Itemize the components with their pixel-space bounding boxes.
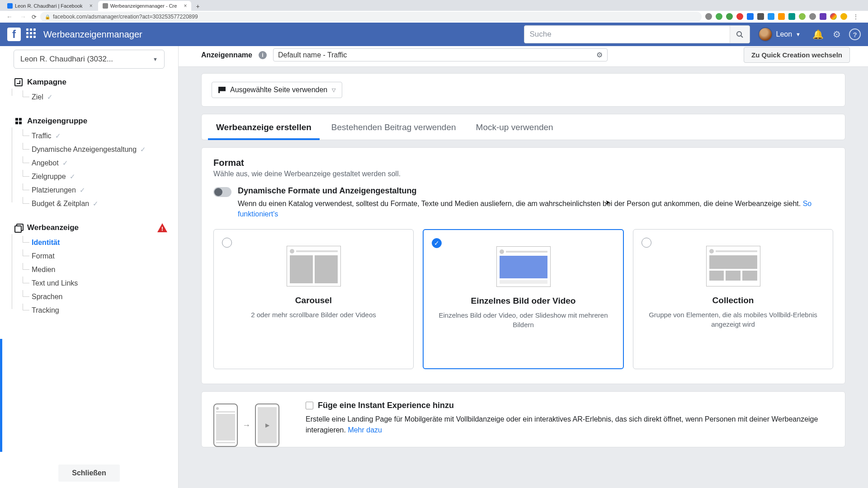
facebook-topbar: f Werbeanzeigenmanager Leon ▼ 🔔 ⚙ ? bbox=[0, 23, 868, 46]
close-icon[interactable]: × bbox=[90, 3, 93, 9]
gear-icon[interactable]: ⚙ bbox=[833, 29, 841, 40]
ext-icon[interactable] bbox=[705, 13, 712, 20]
search-icon bbox=[736, 31, 743, 38]
radio-icon bbox=[222, 238, 232, 248]
ad-name-input[interactable] bbox=[278, 51, 596, 59]
search-box bbox=[524, 25, 750, 43]
format-subtitle: Wähle aus, wie deine Werbeanzeige gestal… bbox=[213, 170, 833, 178]
quick-creation-button[interactable]: Zu Quick Creation wechseln bbox=[744, 47, 850, 63]
browser-tab-0[interactable]: Leon R. Chaudhari | Facebook × bbox=[3, 1, 97, 11]
option-desc: 2 oder mehr scrollbare Bilder oder Video… bbox=[222, 310, 405, 319]
back-icon[interactable]: ← bbox=[5, 13, 14, 20]
nav-item-sprachen[interactable]: Sprachen bbox=[23, 290, 170, 304]
tab-label: Mock-up verwenden bbox=[476, 122, 553, 132]
reload-icon[interactable]: ⟳ bbox=[32, 14, 37, 20]
nav-item-format[interactable]: Format bbox=[23, 249, 170, 263]
learn-more-link[interactable]: Mehr dazu bbox=[348, 426, 382, 434]
main-content: Anzeigenname i ⚙ Zu Quick Creation wechs… bbox=[179, 46, 868, 488]
close-icon[interactable]: × bbox=[184, 3, 187, 9]
nav-item-label: Sprachen bbox=[32, 293, 63, 301]
close-button[interactable]: Schließen bbox=[58, 465, 120, 482]
account-name: Leon R. Chaudhari (3032... bbox=[20, 55, 113, 64]
nav-item-budget[interactable]: Budget & Zeitplan✓ bbox=[23, 197, 170, 211]
nav-item-medien[interactable]: Medien bbox=[23, 263, 170, 277]
nav-header-ad[interactable]: Werbeanzeige ! bbox=[12, 219, 170, 236]
ext-icon[interactable] bbox=[747, 13, 754, 20]
ad-name-input-wrap: ⚙ bbox=[273, 48, 608, 61]
menu-icon[interactable]: ⋮ bbox=[851, 13, 861, 20]
apps-grid-icon[interactable] bbox=[26, 28, 38, 40]
nav-item-tracking[interactable]: Tracking bbox=[23, 304, 170, 317]
nav-item-label: Format bbox=[32, 252, 55, 260]
account-selector-wrap: Leon R. Chaudhari (3032... ▼ bbox=[14, 50, 165, 69]
check-icon: ✓ bbox=[55, 132, 61, 140]
check-icon: ✓ bbox=[93, 200, 99, 208]
ext-icon[interactable] bbox=[736, 13, 743, 20]
nav-item-text[interactable]: Text und Links bbox=[23, 277, 170, 290]
check-icon: ✓ bbox=[70, 173, 75, 181]
option-title: Collection bbox=[642, 296, 825, 305]
page-select-card: Ausgewählte Seite verwenden ▽ bbox=[201, 73, 845, 107]
format-option-single[interactable]: ✓ Einzelnes Bild oder Video Einzelnes Bi… bbox=[423, 229, 624, 369]
ext-icon[interactable] bbox=[716, 13, 722, 20]
browser-tab-1[interactable]: Werbeanzeigenmanager - Cre × bbox=[98, 1, 192, 11]
ext-icon[interactable] bbox=[840, 13, 847, 20]
ext-icon[interactable] bbox=[830, 13, 837, 20]
info-icon[interactable]: i bbox=[259, 51, 267, 59]
account-selector[interactable]: Leon R. Chaudhari (3032... ▼ bbox=[14, 50, 165, 69]
ext-icon[interactable] bbox=[788, 13, 795, 20]
ext-icon[interactable] bbox=[757, 13, 764, 20]
help-icon[interactable]: ? bbox=[849, 28, 861, 40]
nav-item-identitaet[interactable]: Identität bbox=[23, 236, 170, 249]
nav-item-label: Zielgruppe bbox=[32, 173, 66, 181]
ad-source-tabs-card: Werbeanzeige erstellen Bestehenden Beitr… bbox=[201, 114, 845, 140]
format-card: Format Wähle aus, wie deine Werbeanzeige… bbox=[201, 147, 845, 384]
nav-header-campaign[interactable]: Kampagne bbox=[12, 73, 170, 90]
warning-icon: ! bbox=[157, 223, 167, 232]
tab-create-ad[interactable]: Werbeanzeige erstellen bbox=[206, 114, 321, 140]
extension-icons: ⋮ bbox=[705, 13, 863, 20]
nav-item-dynamic[interactable]: Dynamische Anzeigengestaltung✓ bbox=[23, 143, 170, 156]
instant-checkbox[interactable] bbox=[306, 402, 313, 409]
new-tab-button[interactable]: + bbox=[192, 2, 203, 11]
ext-icon[interactable] bbox=[820, 13, 826, 20]
option-title: Einzelnes Bild oder Video bbox=[432, 296, 615, 306]
facebook-logo-icon[interactable]: f bbox=[7, 28, 21, 41]
nav-item-traffic[interactable]: Traffic✓ bbox=[23, 129, 170, 143]
nav-item-label: Budget & Zeitplan bbox=[32, 200, 89, 208]
ext-icon[interactable] bbox=[726, 13, 733, 20]
ext-icon[interactable] bbox=[778, 13, 785, 20]
nav-item-angebot[interactable]: Angebot✓ bbox=[23, 156, 170, 170]
ad-name-label: Anzeigenname bbox=[201, 51, 252, 59]
bell-icon[interactable]: 🔔 bbox=[812, 29, 824, 40]
dynamic-format-toggle[interactable] bbox=[213, 187, 231, 197]
tab-mockup[interactable]: Mock-up verwenden bbox=[466, 114, 563, 140]
nav-item-platzierungen[interactable]: Platzierungen✓ bbox=[23, 183, 170, 197]
check-icon: ✓ bbox=[62, 159, 68, 167]
nav-item-zielgruppe[interactable]: Zielgruppe✓ bbox=[23, 170, 170, 183]
url-field[interactable]: 🔒 facebook.com/adsmanager/creation?act=3… bbox=[40, 12, 702, 22]
radio-icon bbox=[642, 238, 651, 248]
ext-icon[interactable] bbox=[799, 13, 806, 20]
nav-header-adset[interactable]: Anzeigengruppe bbox=[12, 112, 170, 129]
search-input[interactable] bbox=[524, 30, 730, 39]
user-menu[interactable]: Leon ▼ bbox=[758, 27, 801, 42]
ext-icon[interactable] bbox=[768, 13, 774, 20]
left-sidebar: Leon R. Chaudhari (3032... ▼ Kampagne Zi… bbox=[0, 46, 179, 488]
selected-page-dropdown[interactable]: Ausgewählte Seite verwenden ▽ bbox=[212, 82, 342, 98]
gear-icon[interactable]: ⚙ bbox=[596, 51, 603, 59]
format-option-carousel[interactable]: Carousel 2 oder mehr scrollbare Bilder o… bbox=[213, 229, 414, 369]
folder-icon bbox=[14, 78, 23, 86]
option-title: Carousel bbox=[222, 296, 405, 305]
ext-icon[interactable] bbox=[809, 13, 816, 20]
format-option-collection[interactable]: Collection Gruppe von Elementen, die als… bbox=[633, 229, 833, 369]
nav-item-ziel[interactable]: Ziel ✓ bbox=[23, 90, 170, 104]
nav-item-label: Platzierungen bbox=[32, 186, 76, 194]
nav-item-label: Traffic bbox=[32, 132, 52, 140]
tab-existing-post[interactable]: Bestehenden Beitrag verwenden bbox=[321, 114, 466, 140]
search-button[interactable] bbox=[730, 26, 750, 43]
nav-group-campaign: Kampagne Ziel ✓ bbox=[8, 73, 170, 104]
instant-experience-card: → ▶ Füge eine Instant Experience hinzu E… bbox=[201, 391, 845, 447]
chevron-down-icon: ▼ bbox=[153, 56, 158, 62]
nav-label: Anzeigengruppe bbox=[27, 117, 87, 126]
